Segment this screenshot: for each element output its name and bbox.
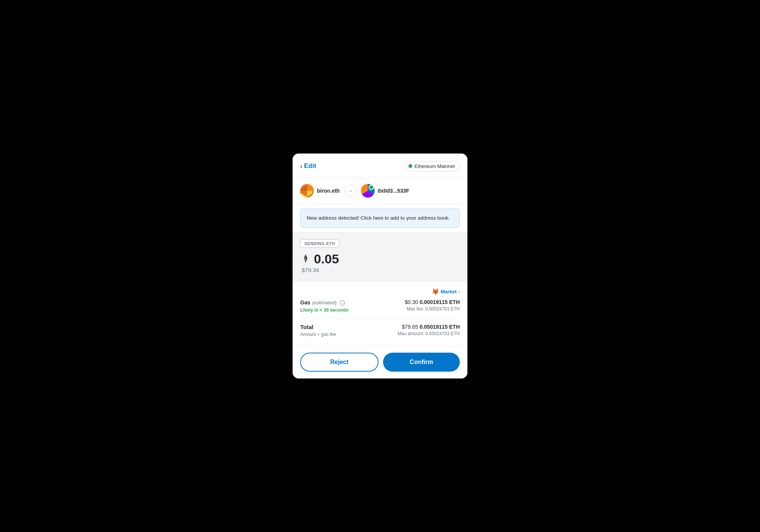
market-row: 🦊 Market › [300,288,460,295]
market-chevron-icon: › [458,289,460,294]
back-button[interactable]: ‹ Edit [300,162,316,170]
total-label: Total [300,324,336,330]
eth-amount-row: 0.05 [300,252,460,265]
total-primary-value: $79.65 0.05019115 ETH [402,324,460,330]
back-label: Edit [304,162,316,170]
gas-info-icon[interactable]: i [340,300,345,306]
fees-divider [300,318,460,318]
transfer-arrow-icon: → [344,185,356,197]
fox-icon: 🦊 [432,288,439,295]
reject-button[interactable]: Reject [300,353,378,372]
usd-amount-value: $79.34 [302,267,460,273]
eth-diamond-icon [300,253,311,264]
network-label: Ethereum Mainnet [415,163,455,169]
from-account: biron.eth [300,184,340,198]
to-address: 0x0d3...533F [378,188,409,194]
transaction-modal: ‹ Edit Ethereum Mainnet biron.eth → 0x0d… [293,154,467,378]
gas-primary-value: $0.30 0.00019115 ETH [405,299,460,305]
sending-section: SENDING ETH 0.05 $79.34 [293,233,467,282]
eth-amount-value: 0.05 [314,252,339,265]
network-badge[interactable]: Ethereum Mainnet [405,161,460,171]
total-sublabel: Amount + gas fee [300,332,336,337]
sending-badge: SENDING ETH [300,239,339,248]
gas-time: Likely in < 30 seconds [300,307,348,313]
total-max-amount: Max amount: 0.05024703 ETH [398,331,460,336]
gas-label-col: Gas (estimated) i Likely in < 30 seconds [300,299,348,313]
total-row: Total Amount + gas fee $79.65 0.05019115… [300,324,460,337]
network-status-dot [408,164,412,168]
from-name: biron.eth [317,188,340,194]
total-value-col: $79.65 0.05019115 ETH Max amount: 0.0502… [398,324,460,336]
notice-area: New address detected! Click here to add … [293,204,467,233]
gas-label: Gas (estimated) i [300,299,348,306]
total-label-col: Total Amount + gas fee [300,324,336,337]
confirm-button[interactable]: Confirm [383,353,460,372]
transfer-row: biron.eth → 0x0d3...533F [293,178,467,204]
address-book-notice[interactable]: New address detected! Click here to add … [300,209,460,228]
notice-text: New address detected! Click here to add … [307,215,450,221]
back-chevron-icon: ‹ [300,162,302,170]
from-avatar [300,184,314,198]
to-avatar [361,184,375,198]
gas-value-col: $0.30 0.00019115 ETH Max fee: 0.00024703… [405,299,460,312]
action-buttons: Reject Confirm [293,346,467,378]
modal-header: ‹ Edit Ethereum Mainnet [293,154,467,178]
gas-fee-row: Gas (estimated) i Likely in < 30 seconds… [300,299,460,313]
gas-max-fee: Max fee: 0.00024703 ETH [407,306,460,312]
to-account: 0x0d3...533F [361,184,409,198]
fees-section: 🦊 Market › Gas (estimated) i Likely in <… [293,282,467,346]
market-link[interactable]: Market [441,289,457,294]
